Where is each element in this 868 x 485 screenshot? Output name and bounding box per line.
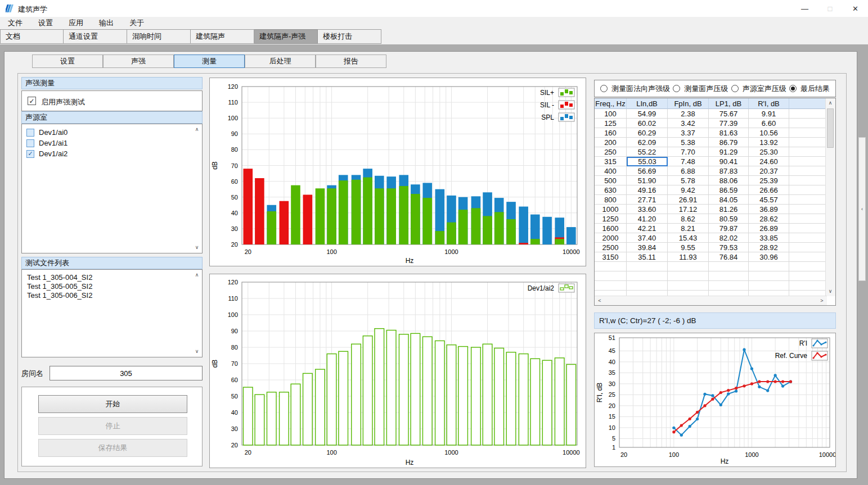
table-cell[interactable]: 9.42	[668, 185, 709, 195]
menu-item[interactable]: 关于	[122, 17, 152, 29]
table-cell[interactable]: 315	[595, 157, 627, 166]
main-tab[interactable]: 建筑隔声	[191, 29, 254, 44]
table-cell[interactable]: 26.89	[749, 224, 789, 233]
table-cell[interactable]: 33.85	[749, 233, 789, 243]
table-header-cell[interactable]: Freq., Hz	[595, 98, 627, 109]
scroll-up-icon[interactable]: ∧	[826, 101, 834, 106]
table-cell[interactable]	[789, 109, 827, 119]
table-cell[interactable]: 400	[595, 166, 627, 176]
table-cell[interactable]: 90.41	[709, 157, 749, 166]
table-cell[interactable]: 7.70	[668, 147, 709, 157]
radio-circle-icon[interactable]	[673, 85, 680, 92]
table-cell[interactable]	[709, 262, 749, 271]
table-cell[interactable]	[789, 214, 827, 224]
table-cell[interactable]	[789, 262, 827, 271]
table-cell[interactable]: 8.21	[668, 224, 709, 233]
scroll-down-icon[interactable]: ∨	[193, 245, 201, 250]
table-header-cell[interactable]: LP1, dB	[709, 98, 749, 109]
sub-tab[interactable]: 设置	[32, 55, 103, 68]
table-cell[interactable]: 37.40	[627, 233, 668, 243]
table-cell[interactable]: 13.92	[749, 138, 789, 147]
enable-intensity-checkbox[interactable]: ✓	[28, 97, 36, 105]
table-cell[interactable]: 28.62	[749, 214, 789, 224]
table-cell[interactable]: 100	[595, 109, 627, 119]
table-header-cell[interactable]: LIn,dB	[627, 98, 668, 109]
table-cell[interactable]	[668, 281, 709, 291]
table-cell[interactable]: 75.67	[709, 109, 749, 119]
table-cell[interactable]: 55.22	[627, 147, 668, 157]
table-cell[interactable]: 42.21	[627, 224, 668, 233]
table-cell[interactable]: 51.90	[627, 176, 668, 185]
table-header-cell[interactable]	[789, 98, 827, 109]
table-cell[interactable]: 20.37	[749, 166, 789, 176]
table-cell[interactable]: 24.60	[749, 157, 789, 166]
main-tab[interactable]: 混响时间	[127, 29, 191, 44]
table-cell[interactable]	[789, 166, 827, 176]
table-cell[interactable]	[668, 262, 709, 271]
scroll-up-icon[interactable]: ∧	[193, 127, 201, 132]
scroll-left-icon[interactable]: <	[596, 298, 604, 303]
channel-checkbox[interactable]: ✓	[26, 150, 34, 158]
result-view-radio[interactable]: 最后结果	[789, 84, 830, 94]
channel-list-item[interactable]: Dev1/ai1	[22, 138, 202, 148]
menu-item[interactable]: 文件	[0, 17, 30, 29]
table-cell[interactable]: 76.84	[709, 252, 749, 262]
table-cell[interactable]: 250	[595, 147, 627, 157]
table-cell[interactable]: 60.02	[627, 119, 668, 128]
table-header-cell[interactable]: R'I, dB	[749, 98, 789, 109]
table-cell[interactable]: 39.84	[627, 243, 668, 252]
table-cell[interactable]	[627, 262, 668, 271]
table-cell[interactable]: 79.87	[709, 224, 749, 233]
table-cell[interactable]: 6.88	[668, 166, 709, 176]
table-cell[interactable]	[789, 157, 827, 166]
test-file-item[interactable]: Test 1_305-004_SI2	[22, 273, 202, 282]
table-cell[interactable]	[789, 185, 827, 195]
table-cell[interactable]: 81.26	[709, 205, 749, 214]
table-cell[interactable]	[789, 281, 827, 291]
table-cell[interactable]: 60.29	[627, 128, 668, 138]
table-cell[interactable]: 800	[595, 195, 627, 205]
table-cell[interactable]: 3.42	[668, 119, 709, 128]
table-cell[interactable]	[709, 281, 749, 291]
scroll-right-icon[interactable]: >	[818, 298, 826, 303]
table-cell[interactable]: 9.91	[749, 109, 789, 119]
table-cell[interactable]	[789, 195, 827, 205]
table-cell[interactable]: 200	[595, 138, 627, 147]
test-file-item[interactable]: Test 1_305-005_SI2	[22, 282, 202, 291]
table-cell[interactable]: 45.57	[749, 195, 789, 205]
maximize-button[interactable]: □	[817, 0, 843, 17]
table-cell[interactable]: 86.59	[709, 185, 749, 195]
table-cell[interactable]: 2.38	[668, 109, 709, 119]
table-cell[interactable]	[789, 205, 827, 214]
table-cell[interactable]: 36.89	[749, 205, 789, 214]
channel-checkbox[interactable]	[26, 139, 34, 147]
table-cell[interactable]: 56.69	[627, 166, 668, 176]
radio-circle-icon[interactable]	[789, 85, 797, 92]
table-cell[interactable]: 26.66	[749, 185, 789, 195]
table-cell[interactable]: 8.62	[668, 214, 709, 224]
table-cell[interactable]: 77.39	[709, 119, 749, 128]
channel-list-item[interactable]: ✓Dev1/ai2	[22, 148, 202, 159]
minimize-button[interactable]: —	[792, 0, 817, 17]
table-cell[interactable]: 5.78	[668, 176, 709, 185]
table-cell[interactable]: 55.03	[627, 157, 668, 166]
table-cell[interactable]: 81.63	[709, 128, 749, 138]
save-results-button[interactable]: 保存结果	[38, 439, 187, 457]
table-cell[interactable]	[789, 233, 827, 243]
room-name-input[interactable]	[50, 366, 203, 380]
table-cell[interactable]	[749, 281, 789, 291]
main-tab[interactable]: 文档	[0, 29, 64, 44]
table-cell[interactable]	[789, 138, 827, 147]
table-cell[interactable]: 28.92	[749, 243, 789, 252]
main-tab[interactable]: 通道设置	[64, 29, 127, 44]
table-cell[interactable]	[595, 271, 627, 281]
table-cell[interactable]: 79.53	[709, 243, 749, 252]
sub-tab[interactable]: 声强	[103, 55, 174, 68]
table-cell[interactable]: 630	[595, 185, 627, 195]
table-cell[interactable]	[789, 119, 827, 128]
table-cell[interactable]: 26.91	[668, 195, 709, 205]
table-cell[interactable]: 41.20	[627, 214, 668, 224]
table-cell[interactable]	[789, 271, 827, 281]
table-cell[interactable]: 1600	[595, 224, 627, 233]
start-button[interactable]: 开始	[38, 395, 187, 413]
